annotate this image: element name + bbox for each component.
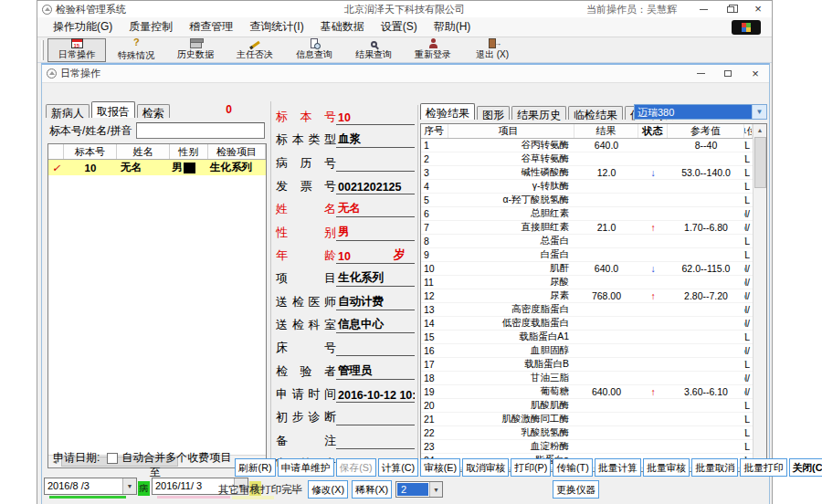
result-row[interactable]: 19葡萄糖640.00↑3.60--6.10mmol/ — [421, 385, 753, 399]
action-button[interactable]: 修改(X) — [308, 480, 348, 499]
child-maximize-button[interactable] — [714, 66, 742, 81]
results-tab-2[interactable]: 结果历史 — [511, 106, 566, 120]
action-button[interactable]: 批量取消 — [691, 458, 738, 477]
header-ref[interactable]: 参考值 — [668, 124, 744, 138]
form-value[interactable]: 自动计费 — [336, 294, 415, 310]
form-value[interactable]: 生化系列 — [336, 270, 415, 287]
result-row[interactable]: 5α-羟丁酸脱氢酶U/L — [421, 194, 753, 207]
toolbar-button-pen[interactable]: 主任否决 — [226, 38, 284, 62]
results-tab-1[interactable]: 图形 — [477, 106, 510, 120]
form-value[interactable]: 血浆 — [336, 131, 415, 148]
minimize-button[interactable] — [690, 2, 717, 17]
child-close-button[interactable]: × — [742, 66, 769, 81]
action-button[interactable]: 刷新(R) — [235, 458, 276, 477]
form-value[interactable] — [336, 411, 415, 425]
menu-item[interactable]: 查询统计(I) — [241, 17, 311, 37]
toolbar-button-question[interactable]: 特殊情况 — [107, 38, 165, 62]
toolbar-button-exit[interactable]: 退出 (X) — [463, 38, 522, 62]
result-row[interactable]: 15载脂蛋白A1g/L — [421, 331, 753, 344]
action-button[interactable]: 计算(C) — [378, 458, 419, 477]
toolbar-button-archive[interactable]: 历史数据 — [166, 38, 225, 62]
form-value[interactable] — [336, 157, 415, 172]
action-button[interactable]: 批量打印 — [740, 458, 786, 477]
result-row[interactable]: 12尿素768.00↑2.80--7.20mmol/ — [421, 289, 753, 303]
scroll-thumb[interactable] — [754, 137, 766, 188]
patient-tab-2[interactable]: 检索 — [137, 104, 170, 118]
header-status[interactable]: 状态 — [638, 124, 668, 138]
header-sample-no[interactable]: 标本号 — [64, 144, 117, 159]
header-gender[interactable]: 性别 — [170, 144, 208, 159]
result-row[interactable]: 10肌酐640.0↓62.0--115.0umol/ — [421, 262, 753, 276]
form-value[interactable]: 10岁 — [336, 247, 415, 264]
result-row[interactable]: 16血胆固醇mmol/ — [421, 344, 753, 358]
header-unit[interactable]: 单位 — [744, 124, 753, 138]
action-button[interactable]: 关闭(C) — [789, 458, 822, 477]
search-input[interactable] — [136, 122, 265, 139]
result-row[interactable]: 2谷草转氨酶U/L — [421, 152, 753, 166]
header-name[interactable]: 姓名 — [117, 144, 170, 159]
result-row[interactable]: 20肌酸肌酶U/L — [421, 399, 753, 413]
toolbar-button-calendar[interactable]: 日常操作 — [47, 38, 106, 62]
result-row[interactable]: 6总胆红素umol/ — [421, 207, 753, 221]
action-button[interactable]: 批量审核 — [643, 458, 690, 477]
header-no[interactable]: 序号 — [421, 124, 448, 138]
result-row[interactable]: 14低密度载脂蛋白mmol/ — [421, 317, 753, 331]
child-minimize-button[interactable] — [687, 66, 714, 81]
form-value[interactable]: 2016-10-12 10:28 — [336, 388, 415, 403]
menu-item[interactable]: 设置(S) — [373, 17, 426, 37]
patient-tab-1[interactable]: 取报告 — [91, 101, 135, 118]
action-button[interactable]: 传输(T) — [553, 458, 592, 477]
ime-indicator-icon[interactable] — [732, 20, 761, 35]
patient-tab-0[interactable]: 新病人 — [46, 104, 90, 118]
action-button[interactable]: 审核(E) — [420, 458, 460, 477]
result-row[interactable]: 9白蛋白g/L — [421, 248, 753, 262]
action-button[interactable]: 申请单维护 — [278, 458, 334, 477]
form-value[interactable] — [336, 435, 415, 449]
toolbar-button-magnifier[interactable]: 结果查询 — [344, 38, 403, 62]
result-row[interactable]: 8总蛋白g/L — [421, 235, 753, 248]
result-row[interactable]: 3碱性磷酸酶12.0↓53.0--140.0U/L — [421, 166, 753, 180]
result-row[interactable]: 23血淀粉酶U/L — [421, 440, 753, 454]
merge-checkbox[interactable] — [107, 453, 118, 464]
menu-item[interactable]: 稽查管理 — [181, 17, 241, 37]
result-row[interactable]: 7直接胆红素21.0↑1.70--6.80umol/ — [421, 221, 753, 235]
results-tab-3[interactable]: 临检结果 — [568, 106, 623, 120]
chevron-down-icon[interactable]: ▼ — [122, 478, 136, 494]
close-button[interactable]: × — [744, 2, 772, 17]
action-button[interactable]: 批量计算 — [595, 458, 641, 477]
change-instrument-button[interactable]: 更换仪器 — [553, 480, 599, 499]
header-result[interactable]: 结果 — [574, 124, 638, 138]
date-from-select[interactable]: 2016/8 /3 ▼ — [44, 478, 137, 495]
action-button[interactable]: 稀释(X) — [352, 480, 392, 499]
menu-item[interactable]: 操作功能(G) — [45, 17, 121, 37]
menu-item[interactable]: 帮助(H) — [426, 17, 480, 37]
menu-item[interactable]: 基础数据 — [312, 17, 373, 37]
action-button[interactable]: 取消审核 — [462, 458, 509, 477]
scroll-up-icon[interactable]: ▲ — [754, 124, 766, 136]
result-row[interactable]: 1谷丙转氨酶640.08--40U/L — [421, 139, 753, 152]
results-tab-0[interactable]: 检验结果 — [420, 103, 475, 120]
form-value[interactable]: 无名 — [336, 201, 415, 217]
result-row[interactable]: 4γ-转肽酶U/L — [421, 180, 753, 194]
instrument-select[interactable]: 迈瑞380 ▼ — [634, 104, 767, 120]
form-value[interactable]: 0021202125 — [336, 180, 415, 194]
result-row[interactable]: 13高密度脂蛋白mmol/ — [421, 303, 753, 317]
form-value[interactable]: 男 — [336, 225, 415, 241]
toolbar-button-docsearch[interactable]: 信息查询 — [285, 38, 343, 62]
patient-row-selected[interactable]: ✓ 10 无名 男 生化系列 — [48, 160, 266, 175]
form-value[interactable]: 管理员 — [336, 363, 415, 380]
result-row[interactable]: 18甘油三脂mmol/ — [421, 372, 753, 385]
chevron-down-icon[interactable]: ▼ — [752, 105, 766, 119]
menu-item[interactable]: 质量控制 — [121, 17, 181, 37]
result-row[interactable]: 21肌酸激酶同工酶U/L — [421, 413, 753, 426]
restore-button[interactable] — [717, 2, 744, 17]
form-value[interactable]: 信息中心 — [336, 317, 415, 333]
header-test-item[interactable]: 检验项目 — [208, 144, 266, 159]
action-button[interactable]: 打印(P) — [511, 458, 551, 477]
toolbar-button-user[interactable]: 重新登录 — [404, 38, 462, 62]
result-row[interactable]: 22乳酸脱氢酶U/L — [421, 426, 753, 440]
dilution-select[interactable]: 2 ▼ — [395, 481, 443, 498]
result-row[interactable]: 11尿酸umol/ — [421, 276, 753, 289]
action-button[interactable]: 保存(S) — [336, 458, 376, 477]
results-table-vscrollbar[interactable]: ▲ ▼ — [753, 124, 766, 471]
